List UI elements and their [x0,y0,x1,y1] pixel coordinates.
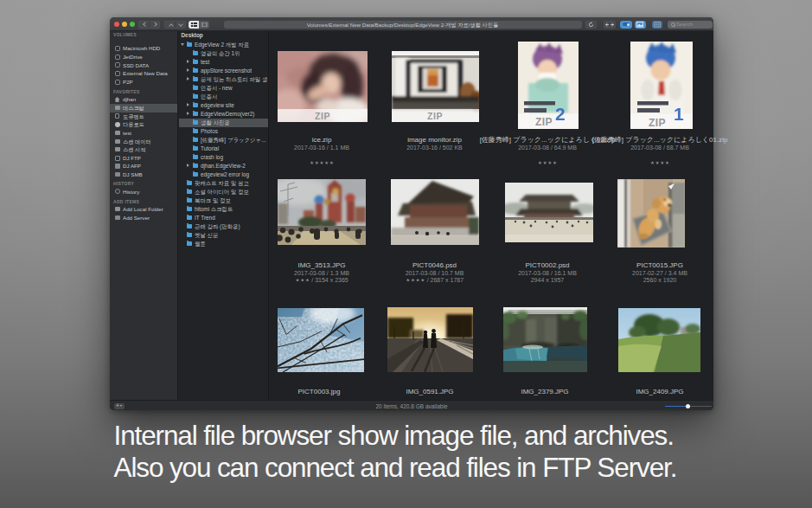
svg-text:ZIP: ZIP [535,117,553,129]
svg-text:2: 2 [555,104,566,124]
svg-text:ZIP: ZIP [315,111,330,121]
svg-text:1: 1 [674,104,684,124]
svg-text:ZIP: ZIP [427,111,443,121]
svg-text:ZIP: ZIP [649,117,666,129]
